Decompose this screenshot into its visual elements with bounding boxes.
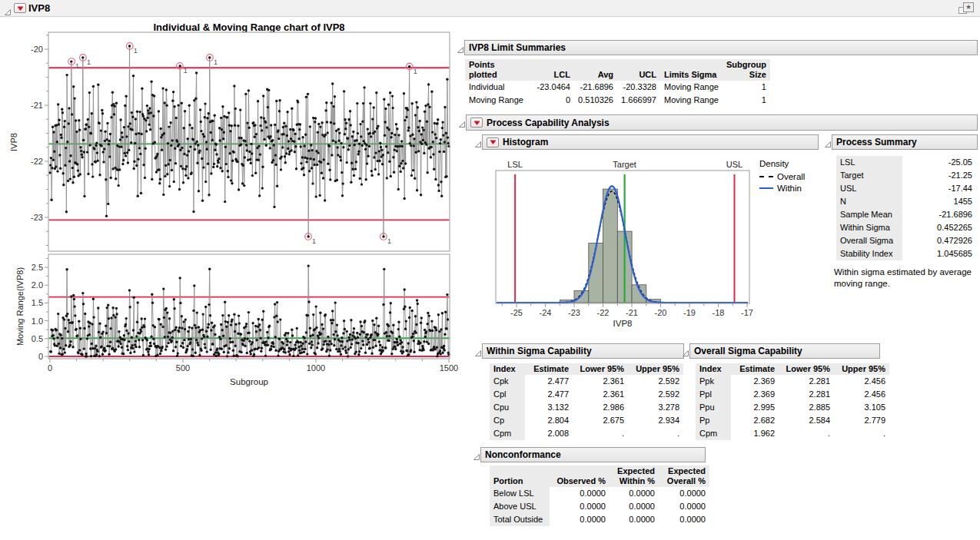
overall-capability-header[interactable]: Overall Sigma Capability: [689, 343, 880, 359]
svg-text:Moving Range(IVP8): Moving Range(IVP8): [15, 267, 25, 346]
table-cell: .: [779, 427, 834, 440]
column-header: Subgroup Size: [723, 59, 770, 81]
column-header: Expected Within %: [610, 465, 659, 487]
svg-text:1000: 1000: [307, 363, 325, 373]
column-header: Estimate: [525, 363, 573, 375]
table-row: Ppu2.9952.8853.105: [696, 401, 889, 414]
table-cell: 2.008: [525, 427, 573, 440]
legend-overall-label: Overall: [777, 172, 805, 181]
individual-moving-range-chart[interactable]: 11111111-20-21-22-2300.51.01.52.02.50500…: [0, 19, 461, 392]
column-header: Estimate: [731, 363, 779, 375]
column-header: Lower 95%: [779, 363, 834, 375]
table-cell: Target: [836, 169, 902, 182]
overall-capability-header-label: Overall Sigma Capability: [694, 346, 802, 356]
table-cell: 2.369: [731, 388, 779, 401]
window-layers-icon[interactable]: ★: [958, 2, 975, 15]
red-triangle-menu-button[interactable]: [487, 137, 499, 147]
table-cell: Ppl: [696, 388, 731, 401]
histogram-header[interactable]: Histogram: [482, 134, 819, 150]
report-title: IVP8: [28, 2, 50, 14]
process-summary-header[interactable]: Process Summary: [832, 134, 978, 150]
limit-summaries-header-label: IVP8 Limit Summaries: [469, 42, 566, 53]
table-cell: 0.0000: [659, 513, 709, 526]
svg-text:Target: Target: [613, 160, 636, 169]
red-triangle-menu-button[interactable]: [14, 3, 26, 13]
column-header: Observed %: [550, 465, 610, 487]
svg-text:1: 1: [312, 237, 316, 245]
red-triangle-menu-button[interactable]: [470, 118, 483, 128]
table-cell: 2.885: [779, 401, 834, 414]
limit-summaries-header[interactable]: IVP8 Limit Summaries: [464, 40, 978, 55]
svg-text:LSL: LSL: [507, 160, 523, 169]
column-header: Limits Sigma: [660, 59, 723, 81]
disclosure-triangle-icon[interactable]: [457, 43, 464, 51]
within-sigma-note: Within sigma estimated by average moving…: [834, 267, 980, 290]
disclosure-triangle-icon[interactable]: [473, 450, 480, 458]
table-cell: -21.25: [902, 169, 976, 182]
table-cell: -21.6896: [902, 208, 976, 221]
table-cell: 2.995: [731, 401, 779, 414]
column-header: Expected Overall %: [659, 465, 709, 487]
within-solid-line-icon: [759, 187, 773, 189]
column-header: Index: [490, 363, 525, 375]
report-titlebar: IVP8 ★: [0, 0, 980, 17]
table-cell: 0: [530, 94, 574, 107]
disclosure-triangle-icon[interactable]: [682, 346, 689, 354]
table-row: Pp2.6822.5842.779: [696, 414, 889, 427]
svg-text:-17: -17: [741, 308, 753, 317]
table-row: Below LSL0.00000.00000.0000: [490, 487, 709, 500]
table-cell: -23.0464: [530, 81, 574, 94]
star-frame-icon: ★: [963, 2, 974, 12]
table-cell: 0.452265: [902, 221, 976, 234]
table-cell: Below LSL: [490, 487, 550, 500]
table-cell: Cpm: [490, 427, 525, 440]
nonconformance-table: PortionObserved %Expected Within %Expect…: [490, 465, 709, 526]
svg-text:1: 1: [75, 62, 79, 70]
svg-text:USL: USL: [726, 160, 742, 169]
svg-text:-21: -21: [626, 308, 638, 317]
table-cell: 2.456: [834, 388, 889, 401]
table-cell: Moving Range: [660, 81, 723, 94]
table-cell: 2.281: [779, 375, 834, 388]
table-cell: Cpu: [490, 401, 525, 414]
process-capability-header[interactable]: Process Capability Analysis: [466, 114, 978, 131]
svg-text:0.5: 0.5: [32, 334, 43, 343]
disclosure-triangle-icon[interactable]: [474, 137, 482, 145]
table-cell: 0.0000: [550, 500, 610, 513]
table-cell: 3.105: [834, 401, 889, 414]
svg-text:IVP8: IVP8: [613, 319, 633, 328]
table-cell: -17.44: [902, 182, 976, 195]
nonconformance-header[interactable]: Nonconformance: [480, 447, 706, 462]
table-cell: 2.804: [525, 414, 573, 427]
svg-text:-23: -23: [31, 213, 43, 222]
disclosure-triangle-icon[interactable]: [458, 118, 466, 125]
table-cell: 0.0000: [550, 487, 610, 500]
svg-text:0: 0: [48, 363, 52, 373]
column-header: Upper 95%: [834, 363, 889, 375]
table-cell: Moving Range: [660, 94, 723, 107]
table-cell: 3.278: [628, 401, 683, 414]
table-cell: 0.0000: [610, 500, 659, 513]
svg-text:IVP8: IVP8: [9, 133, 18, 151]
column-header: LCL: [530, 59, 574, 81]
svg-text:1: 1: [87, 58, 91, 66]
table-cell: Pp: [696, 414, 731, 427]
nonconformance-header-label: Nonconformance: [485, 449, 561, 460]
table-cell: 3.132: [525, 401, 573, 414]
table-cell: Cp: [490, 414, 525, 427]
table-cell: 2.986: [573, 401, 628, 414]
column-header: UCL: [617, 59, 660, 81]
table-cell: 0.472926: [902, 234, 976, 247]
svg-text:0: 0: [38, 352, 43, 361]
within-capability-header[interactable]: Within Sigma Capability: [482, 343, 684, 359]
disclosure-triangle-icon[interactable]: [474, 346, 482, 354]
table-cell: 0.0000: [550, 513, 610, 526]
disclosure-triangle-icon[interactable]: [824, 137, 832, 145]
table-cell: 2.456: [834, 375, 889, 388]
disclosure-triangle-icon[interactable]: [4, 5, 12, 13]
table-cell: Stability Index: [836, 247, 902, 260]
column-header: Upper 95%: [628, 363, 683, 375]
table-cell: 2.592: [628, 388, 683, 401]
table-cell: 2.779: [834, 414, 889, 427]
svg-text:-23: -23: [568, 308, 580, 317]
